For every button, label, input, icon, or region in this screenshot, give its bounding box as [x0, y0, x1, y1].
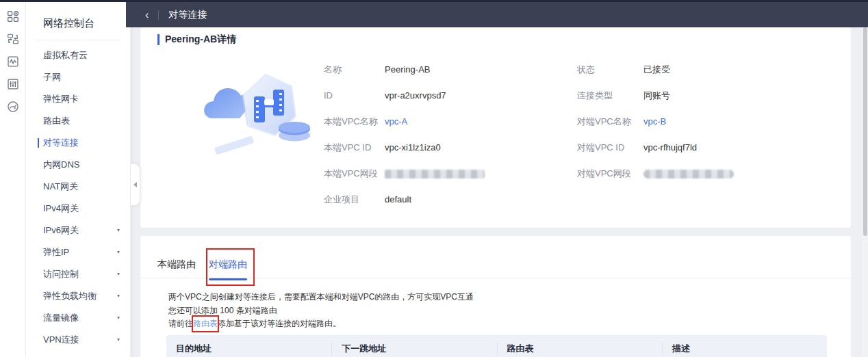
route-desc-line3: 请前往路由表添加基于该对等连接的对端路由。	[168, 317, 474, 331]
sidebar-item-eip[interactable]: 弹性IP▾	[26, 241, 130, 263]
status-value: 已接受	[643, 64, 670, 75]
tab-peer-route[interactable]: 对端路由	[209, 259, 247, 276]
config-sliders-icon[interactable]	[7, 78, 19, 90]
peer-vpc-cidr-masked	[643, 168, 734, 179]
connection-type-value: 同账号	[643, 90, 670, 101]
sidebar-collapse-icon	[133, 182, 137, 187]
peering-detail-card: Peering-AB详情	[140, 27, 851, 228]
header-divider	[158, 10, 159, 20]
scrollbar-track	[863, 27, 868, 357]
route-table-link[interactable]: 路由表	[193, 319, 218, 328]
chevron-down-icon: ▾	[117, 241, 120, 263]
sidebar-item-subnet[interactable]: 子网	[26, 66, 130, 88]
title-accent-bar	[157, 34, 159, 45]
icon-rail	[0, 2, 26, 357]
sidebar-item-endpoint[interactable]: 终端节点	[26, 351, 130, 357]
sidebar-item-vpc[interactable]: 虚拟私有云	[26, 44, 130, 66]
page-title: 对等连接	[168, 9, 207, 21]
resource-swap-icon[interactable]	[7, 33, 19, 45]
dashboard-grid-icon[interactable]	[7, 10, 19, 23]
route-desc-line1: 两个VPC之间创建对等连接后，需要配置本端和对端VPC的路由，方可实现VPC互通	[168, 291, 474, 304]
sidebar-item-eni[interactable]: 弹性网卡	[26, 88, 130, 110]
chevron-down-icon: ▾	[117, 329, 120, 351]
chevron-down-icon: ▾	[117, 307, 120, 329]
peering-id-value: vpr-a2uxrvpsd7	[385, 90, 446, 101]
console-title: 网络控制台	[26, 2, 130, 40]
sidebar-item-ipv6-gw[interactable]: IPv6网关▾	[26, 220, 130, 241]
detail-title-text: Peering-AB详情	[165, 34, 236, 46]
routes-card: 本端路由 对端路由 两个VPC之间创建对等连接后，需要配置本端和对端VPC的路由…	[140, 236, 851, 357]
sidebar-item-mirror[interactable]: 流量镜像▾	[26, 307, 130, 329]
col-next-hop: 下一跳地址	[331, 342, 496, 356]
local-vpc-id-value: vpc-xi1lz1iza0	[385, 142, 441, 153]
back-button[interactable]: ‹	[145, 10, 149, 21]
scrollbar-thumb[interactable]	[863, 27, 867, 236]
routes-tabs: 本端路由 对端路由	[140, 236, 851, 278]
peering-name-value: Peering-AB	[385, 64, 430, 75]
chevron-down-icon: ▾	[117, 263, 120, 285]
tab-local-route[interactable]: 本端路由	[157, 259, 196, 276]
chevron-down-icon: ▾	[117, 220, 120, 241]
local-vpc-name-link[interactable]: vpc-A	[385, 116, 407, 127]
sidebar-item-elb[interactable]: 弹性负载均衡▾	[26, 285, 130, 307]
app-monitor-icon[interactable]	[7, 55, 19, 68]
sidebar-item-ipv4-gw[interactable]: IPv4网关	[26, 198, 130, 220]
chevron-down-icon: ▾	[117, 285, 120, 307]
col-route-table: 路由表	[497, 342, 662, 356]
local-vpc-cidr-masked	[385, 168, 485, 179]
sidebar-item-vpn[interactable]: VPN连接▾	[26, 329, 130, 351]
route-desc-line2: 您还可以添加 100 条对端路由	[168, 304, 474, 318]
route-description: 两个VPC之间创建对等连接后，需要配置本端和对端VPC的路由，方可实现VPC互通…	[168, 291, 474, 331]
col-destination: 目的地址	[166, 342, 331, 356]
sidebar-item-acl[interactable]: 访问控制▾	[26, 263, 130, 285]
detail-section-title: Peering-AB详情	[157, 34, 236, 46]
global-network-icon[interactable]	[7, 101, 19, 113]
sidebar-item-dns[interactable]: 内网DNS	[26, 154, 130, 176]
sidebar: 网络控制台 虚拟私有云 子网 弹性网卡 路由表 对等连接 内网DNS NAT网关…	[26, 2, 131, 357]
sidebar-item-nat[interactable]: NAT网关	[26, 176, 130, 198]
sidebar-collapse-handle[interactable]	[131, 164, 140, 205]
col-description: 描述	[662, 342, 827, 356]
sidebar-item-route-table[interactable]: 路由表	[26, 110, 130, 132]
sidebar-item-peering[interactable]: 对等连接	[26, 132, 130, 154]
peer-vpc-id-value: vpc-rfhujqf7ld	[643, 142, 697, 153]
window-top-strip	[0, 0, 868, 2]
enterprise-project-value: default	[385, 194, 411, 205]
sidebar-nav: 虚拟私有云 子网 弹性网卡 路由表 对等连接 内网DNS NAT网关 IPv4网…	[26, 40, 130, 357]
route-table-header: 目的地址 下一跳地址 路由表 描述	[166, 335, 827, 357]
peering-illustration	[201, 65, 317, 164]
page-header: ‹ 对等连接	[126, 2, 868, 27]
peer-vpc-name-link[interactable]: vpc-B	[643, 116, 666, 127]
